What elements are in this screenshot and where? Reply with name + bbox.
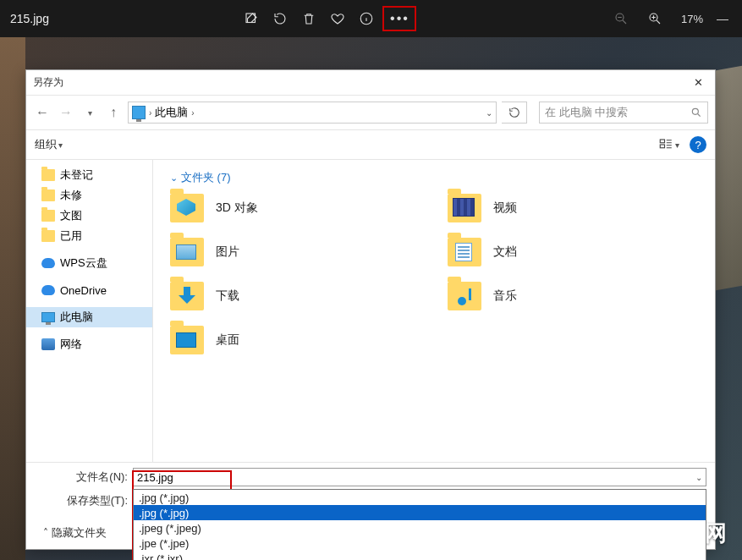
tree-item-unregistered[interactable]: 未登记 — [26, 165, 152, 185]
svg-rect-5 — [660, 140, 664, 143]
nav-row: ← → ▾ ↑ › 此电脑 › ⌄ 在 此电脑 中搜索 — [26, 96, 715, 129]
filetype-option[interactable]: .jpg (*.jpg) — [134, 505, 706, 520]
nav-forward-icon[interactable]: → — [57, 103, 75, 122]
info-icon[interactable] — [352, 4, 381, 33]
search-icon — [690, 107, 702, 118]
more-icon[interactable]: ••• — [390, 11, 409, 26]
pc-icon — [41, 312, 55, 322]
tree-item-wps-cloud[interactable]: WPS云盘 — [26, 253, 152, 273]
folder-videos[interactable]: 视频 — [448, 194, 708, 222]
rotate-icon[interactable] — [266, 4, 294, 33]
pc-icon — [132, 106, 146, 119]
cloud-icon — [41, 258, 55, 268]
dialog-title: 另存为 — [33, 75, 688, 90]
zoom-level: 17% — [674, 13, 703, 25]
folder-desktop[interactable]: 桌面 — [170, 326, 431, 354]
caret-icon: ˄ — [43, 527, 48, 539]
zoom-in-icon[interactable] — [640, 4, 669, 33]
tree-item-unedited[interactable]: 未修 — [26, 185, 152, 206]
folder-icon — [41, 210, 55, 222]
save-as-dialog: 另存为 ✕ ← → ▾ ↑ › 此电脑 › ⌄ 在 此电脑 中搜索 组织 ▾ — [25, 69, 716, 550]
toolbar: 组织 ▾ ▾ ? — [26, 129, 715, 160]
folder-icon — [170, 326, 204, 354]
nav-recent-icon[interactable]: ▾ — [80, 103, 99, 122]
network-icon — [41, 338, 55, 350]
folder-icon — [170, 282, 204, 310]
dialog-titlebar: 另存为 ✕ — [26, 70, 715, 96]
group-header[interactable]: ⌄ 文件夹 (7) — [170, 170, 708, 185]
edit-icon[interactable] — [237, 4, 266, 33]
folder-icon — [448, 282, 481, 310]
folder-icon — [41, 189, 55, 201]
chevron-down-icon[interactable]: ⌄ — [695, 473, 702, 482]
filename-value: 215.jpg — [137, 471, 173, 484]
folder-icon — [41, 230, 55, 242]
nav-back-icon[interactable]: ← — [33, 103, 52, 122]
filename-label: 文件名(N): — [35, 469, 133, 485]
folder-downloads[interactable]: 下载 — [170, 282, 431, 310]
folder-icon — [170, 238, 204, 266]
close-icon[interactable]: ✕ — [688, 76, 708, 89]
search-placeholder: 在 此电脑 中搜索 — [545, 105, 690, 120]
nav-up-icon[interactable]: ↑ — [104, 103, 123, 122]
folder-documents[interactable]: 文档 — [448, 238, 708, 266]
folder-music[interactable]: 音乐 — [448, 282, 708, 310]
minimize-icon[interactable]: — — [710, 12, 735, 25]
zoom-out-icon[interactable] — [607, 4, 635, 33]
path-dropdown-icon[interactable]: ⌄ — [486, 108, 492, 118]
tree-item-wentu[interactable]: 文图 — [26, 206, 152, 226]
chevron-down-icon: ⌄ — [170, 173, 178, 184]
heart-icon[interactable] — [323, 4, 352, 33]
path-segment[interactable]: 此电脑 — [155, 105, 188, 120]
address-bar[interactable]: › 此电脑 › ⌄ — [128, 102, 497, 124]
refresh-icon[interactable] — [502, 102, 527, 124]
filename-input[interactable]: 215.jpg ⌄ — [133, 468, 706, 486]
filetype-dropdown: .jpg (*.jpg) .jpg (*.jpg) .jpeg (*.jpeg)… — [133, 489, 706, 560]
svg-point-4 — [692, 108, 698, 114]
trash-icon[interactable] — [294, 4, 323, 33]
app-topbar: 215.jpg ••• 17% — — [0, 0, 742, 37]
folder-icon — [170, 194, 204, 222]
filetype-option[interactable]: .jxr (*.jxr) — [134, 551, 706, 560]
organize-button[interactable]: 组织 ▾ — [35, 137, 63, 152]
folder-icon — [448, 238, 481, 266]
folder-icon — [41, 169, 55, 181]
tree-item-onedrive[interactable]: OneDrive — [26, 280, 152, 300]
tree-item-network[interactable]: 网络 — [26, 334, 152, 354]
view-icon — [658, 137, 673, 152]
more-menu-highlight: ••• — [382, 6, 416, 31]
filetype-option[interactable]: .jpeg (*.jpeg) — [134, 520, 706, 535]
tree-item-used[interactable]: 已用 — [26, 226, 152, 246]
help-button[interactable]: ? — [690, 136, 706, 153]
nav-tree: 未登记 未修 文图 已用 WPS云盘 OneDrive 此电脑 网络 — [26, 160, 153, 462]
svg-rect-6 — [660, 145, 664, 148]
filetype-option[interactable]: .jpg (*.jpg) — [134, 490, 706, 505]
tree-item-this-pc[interactable]: 此电脑 — [26, 307, 152, 327]
filetype-option[interactable]: .jpe (*.jpe) — [134, 535, 706, 551]
folder-icon — [448, 194, 481, 222]
file-title: 215.jpg — [10, 12, 49, 25]
cloud-icon — [41, 285, 55, 295]
folder-pictures[interactable]: 图片 — [170, 238, 431, 266]
search-input[interactable]: 在 此电脑 中搜索 — [539, 102, 708, 124]
filetype-label: 保存类型(T): — [35, 493, 133, 508]
folder-3d-objects[interactable]: 3D 对象 — [170, 194, 431, 222]
content-pane: ⌄ 文件夹 (7) 3D 对象 视频 图片 文档 下载 音乐 桌面 — [153, 160, 715, 462]
view-button[interactable]: ▾ — [658, 137, 679, 152]
